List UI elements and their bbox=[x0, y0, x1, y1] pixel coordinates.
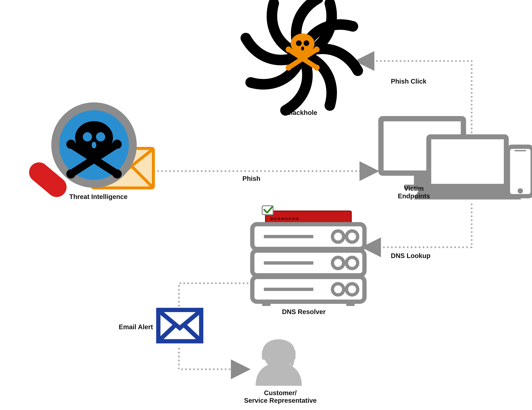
svg-point-66 bbox=[346, 231, 358, 242]
blackhole-icon bbox=[245, 0, 359, 112]
svg-point-12 bbox=[83, 132, 92, 141]
svg-rect-71 bbox=[262, 302, 270, 306]
label-csr-l2: Service Representative bbox=[244, 397, 317, 404]
svg-point-20 bbox=[314, 65, 320, 71]
svg-point-21 bbox=[291, 33, 314, 54]
label-blackhole: Blackhole bbox=[286, 109, 317, 116]
svg-rect-33 bbox=[266, 211, 351, 223]
edge-dns-lookup bbox=[364, 204, 472, 247]
svg-point-6 bbox=[66, 169, 76, 178]
svg-point-14 bbox=[92, 142, 96, 148]
svg-point-67 bbox=[332, 257, 344, 269]
svg-point-65 bbox=[332, 231, 344, 242]
svg-point-9 bbox=[113, 169, 122, 178]
svg-rect-61 bbox=[252, 277, 364, 302]
svg-line-5 bbox=[71, 144, 117, 174]
svg-rect-39 bbox=[289, 218, 291, 220]
label-victim-endpoints: Victim Endpoints bbox=[396, 185, 432, 200]
svg-point-24 bbox=[304, 40, 309, 46]
threat-intelligence-icon bbox=[25, 106, 153, 201]
svg-rect-29 bbox=[429, 137, 506, 186]
svg-point-17 bbox=[286, 65, 292, 71]
svg-point-23 bbox=[296, 40, 302, 46]
svg-point-18 bbox=[314, 47, 320, 52]
svg-line-15 bbox=[289, 49, 317, 68]
svg-rect-32 bbox=[514, 150, 526, 151]
label-threat-intelligence: Threat Intelligence bbox=[69, 193, 127, 200]
svg-rect-3 bbox=[25, 158, 71, 201]
svg-line-16 bbox=[289, 49, 317, 68]
svg-rect-36 bbox=[278, 218, 280, 220]
diagram-canvas: Threat Intelligence Blackhole Victim End… bbox=[0, 0, 532, 410]
label-csr-l1: Customer/ bbox=[264, 389, 297, 396]
svg-point-77 bbox=[277, 369, 282, 373]
svg-rect-75 bbox=[262, 350, 267, 360]
svg-rect-60 bbox=[252, 251, 364, 275]
label-edge-phish-click: Phish Click bbox=[391, 77, 427, 85]
svg-point-70 bbox=[346, 284, 358, 295]
svg-rect-0 bbox=[92, 148, 153, 188]
svg-point-25 bbox=[301, 47, 304, 50]
label-edge-phish: Phish bbox=[242, 175, 260, 182]
email-alert-icon bbox=[158, 310, 201, 341]
svg-point-1 bbox=[55, 106, 133, 184]
svg-point-31 bbox=[518, 188, 523, 194]
svg-point-68 bbox=[346, 257, 358, 269]
svg-rect-76 bbox=[291, 350, 295, 360]
svg-point-69 bbox=[332, 284, 344, 295]
overlay-svg bbox=[0, 0, 532, 410]
svg-point-8 bbox=[66, 140, 76, 149]
svg-rect-35 bbox=[274, 218, 277, 220]
svg-line-4 bbox=[71, 144, 117, 174]
label-edge-dns-lookup: DNS Lookup bbox=[391, 252, 430, 260]
edge-email-to-csr bbox=[179, 348, 247, 369]
svg-point-7 bbox=[113, 140, 122, 149]
svg-rect-57 bbox=[262, 206, 273, 215]
svg-rect-38 bbox=[285, 218, 288, 220]
csr-icon bbox=[256, 340, 302, 386]
label-email-alert: Email Alert bbox=[119, 323, 153, 331]
svg-point-74 bbox=[264, 340, 294, 369]
label-victim-l1: Victim bbox=[404, 185, 424, 192]
svg-rect-73 bbox=[158, 310, 201, 341]
svg-rect-40 bbox=[292, 218, 295, 220]
svg-rect-11 bbox=[86, 148, 101, 158]
svg-rect-72 bbox=[346, 302, 355, 306]
svg-point-13 bbox=[96, 132, 105, 141]
svg-point-2 bbox=[55, 106, 133, 184]
edge-phish-click bbox=[358, 61, 472, 145]
label-csr: Customer/ Service Representative bbox=[242, 389, 318, 404]
svg-rect-41 bbox=[296, 218, 298, 220]
edge-resolver-to-email bbox=[179, 283, 252, 310]
svg-rect-30 bbox=[508, 147, 532, 196]
label-dns-resolver: DNS Resolver bbox=[282, 308, 326, 316]
svg-point-19 bbox=[286, 47, 292, 52]
label-victim-l2: Endpoints bbox=[398, 192, 430, 200]
svg-point-10 bbox=[75, 121, 113, 154]
svg-rect-22 bbox=[298, 50, 307, 56]
svg-rect-59 bbox=[252, 224, 364, 249]
dns-resolver-icon bbox=[252, 206, 364, 306]
svg-rect-37 bbox=[281, 218, 284, 220]
svg-rect-34 bbox=[270, 218, 273, 220]
svg-rect-26 bbox=[381, 119, 463, 173]
svg-rect-27 bbox=[414, 175, 430, 185]
